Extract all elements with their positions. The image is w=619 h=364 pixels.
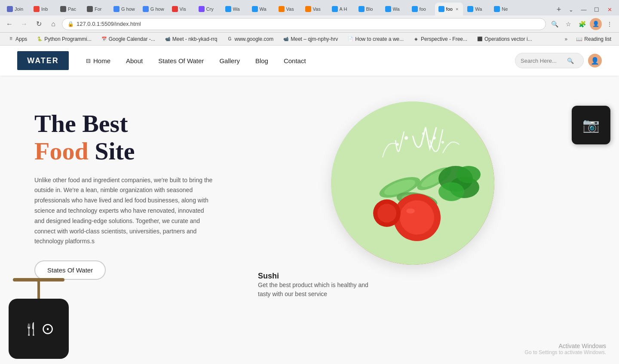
site-search-input[interactable] [521,58,564,64]
extensions-icon[interactable]: 🧩 [576,18,588,30]
tab-t14[interactable]: Blo [355,3,381,15]
bookmark-label-7: Perspective - Free... [421,36,467,42]
svg-point-8 [400,200,434,235]
tab-t5[interactable]: G how [110,3,138,15]
home-button[interactable]: ⌂ [47,18,59,30]
bookmark-item-2[interactable]: 📅Google Calendar -... [98,35,159,43]
svg-point-11 [377,204,396,223]
bookmark-item-4[interactable]: Gwww.google.com [224,35,277,43]
new-tab-button[interactable]: + [553,3,565,15]
tab-t17[interactable]: foo× [435,3,463,15]
tab-t8[interactable]: Cry [195,3,221,15]
toolbar: ← → ↻ ⌂ 🔒 127.0.0.1:5509/index.html 🔍 ☆ … [0,15,619,33]
tab-t6[interactable]: G how [139,3,168,15]
nav-link-home[interactable]: ⊟ Home [86,57,110,64]
app-sign-pole [37,281,40,299]
tab-title-t17: foo [446,6,453,12]
bookmark-icon-1: 🐍 [37,36,43,42]
tab-title-t3: Pac [68,6,79,12]
app-icon-box: 🍴 ⊙ [9,299,69,359]
tab-t4[interactable]: For [83,3,109,15]
bookmark-item-6[interactable]: 📄How to create a we... [344,35,407,43]
favicon-t8 [199,6,205,12]
site-search-bar[interactable]: 🔍 [515,53,584,68]
tab-title-t12: Vas [313,6,324,12]
nav-link-blog[interactable]: Blog [255,57,268,64]
svg-point-16 [404,136,408,140]
user-avatar[interactable]: 👤 [588,54,602,67]
hero-cta-button[interactable]: States Of Water [34,260,106,280]
bookmark-item-7[interactable]: ◈Perspective - Free... [410,35,471,43]
minimize-button[interactable]: — [578,3,590,15]
favicon-t17 [438,6,444,12]
home-nav-icon: ⊟ [86,58,91,64]
nav-link-gallery[interactable]: Gallery [219,57,240,64]
tab-t19[interactable]: Ne [490,3,516,15]
tab-t12[interactable]: Vas [302,3,328,15]
menu-icon[interactable]: ⋮ [604,18,616,30]
svg-point-17 [422,132,425,135]
tab-t1[interactable]: Join [3,3,29,15]
bookmark-icon-7: ◈ [413,36,419,42]
svg-point-20 [441,141,444,144]
tab-overflow-button[interactable]: ⌄ [565,3,577,15]
bookmark-star-icon[interactable]: ☆ [562,18,574,30]
hero-heading-line1: The Best [34,110,128,138]
bookmarks-overflow[interactable]: » [562,35,570,43]
tab-t2[interactable]: Inb [30,3,56,15]
bookmark-icon-3: 📹 [165,36,171,42]
tab-t3[interactable]: Pac [57,3,83,15]
address-bar[interactable]: 🔒 127.0.0.1:5509/index.html [62,18,546,30]
tab-t15[interactable]: Wa [382,3,408,15]
tab-title-t18: Wa [475,6,486,12]
tab-title-t1: Join [15,6,26,12]
nav-link-contact[interactable]: Contact [284,57,306,64]
bookmark-item-1[interactable]: 🐍Python Programmi... [33,35,95,43]
profile-icon[interactable]: 👤 [590,18,602,30]
favicon-t11 [279,6,285,12]
bookmark-item-3[interactable]: 📹Meet - nkb-ykad-rrq [161,35,221,43]
tab-t7[interactable]: Vis [169,3,194,15]
url-text[interactable]: 127.0.0.1:5509/index.html [77,21,141,27]
favicon-t4 [87,6,93,12]
tab-title-t11: Vas [286,6,297,12]
favicon-t16 [412,6,418,12]
reading-list-button[interactable]: 📖 Reading list [573,35,615,43]
hero-section: The Best Food Site Unlike other food and… [0,76,619,364]
close-button[interactable]: ✕ [604,3,616,15]
bookmark-item-0[interactable]: ⠿Apps [4,35,31,43]
hero-heading-line2: Site [95,137,135,165]
hero-heading-accent: Food [34,137,89,165]
tab-close-t17[interactable]: × [454,6,460,12]
hero-description: Unlike other food and ingredient compani… [34,175,215,247]
activate-windows-title: Activate Windows [525,343,606,349]
forward-button[interactable]: → [18,18,30,30]
tab-t16[interactable]: foo [408,3,434,15]
favicon-t18 [467,6,473,12]
bookmark-item-8[interactable]: ⬛Operations vector i... [473,35,536,43]
search-toolbar-icon[interactable]: 🔍 [549,18,561,30]
logo-text: WATER [27,56,59,65]
tab-t9[interactable]: Wa [222,3,248,15]
tab-bar: JoinInbPacForG howG howVisCryWaWaVasVasA… [0,0,619,15]
bookmark-icon-8: ⬛ [477,36,483,42]
nav-links: ⊟ Home About States Of Water Gallery Blo… [86,57,515,64]
svg-point-14 [438,182,464,201]
tab-t13[interactable]: A H [328,3,354,15]
favicon-t9 [225,6,231,12]
favicon-t6 [143,6,149,12]
nav-link-states[interactable]: States Of Water [158,57,204,64]
tab-t18[interactable]: Wa [464,3,490,15]
maximize-button[interactable]: ☐ [591,3,603,15]
svg-point-19 [396,143,399,146]
svg-point-15 [457,166,481,183]
nav-link-about[interactable]: About [126,57,143,64]
tab-t11[interactable]: Vas [275,3,301,15]
back-button[interactable]: ← [3,18,15,30]
tab-t10[interactable]: Wa [248,3,274,15]
reload-button[interactable]: ↻ [33,18,45,30]
site-logo[interactable]: WATER [17,51,69,70]
svg-point-18 [433,137,436,140]
activate-windows-subtitle: Go to Settings to activate Windows. [525,349,606,355]
bookmark-item-5[interactable]: 📹Meet – qjm-nphy-hrv [279,35,341,43]
